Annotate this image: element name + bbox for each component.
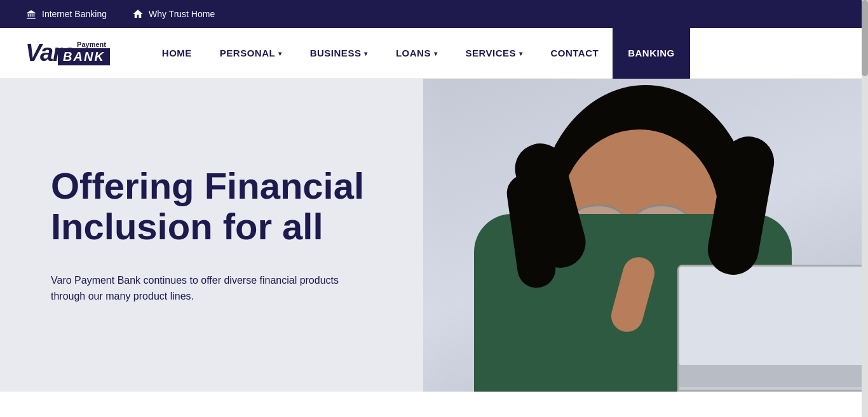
nav-personal[interactable]: PERSONAL ▾ — [206, 28, 296, 79]
internet-banking-label: Internet Banking — [42, 9, 107, 19]
logo-payment: Payment — [77, 41, 110, 48]
services-caret: ▾ — [519, 50, 523, 57]
hero-section: Offering Financial Inclusion for all Var… — [0, 79, 868, 392]
hero-subtitle: Varo Payment Bank continues to offer div… — [51, 272, 369, 305]
nav-loans[interactable]: LOANS ▾ — [382, 28, 452, 79]
logo-bank: BANK — [63, 50, 105, 63]
logo-bank-bg: BANK — [58, 48, 110, 65]
home-icon — [132, 8, 144, 20]
hero-title: Offering Financial Inclusion for all — [51, 166, 369, 247]
banking-button[interactable]: BANKING — [613, 28, 690, 79]
business-caret: ▾ — [364, 50, 368, 57]
nav-business[interactable]: BUSINESS ▾ — [296, 28, 382, 79]
loans-caret: ▾ — [434, 50, 438, 57]
scrollbar[interactable] — [862, 0, 868, 392]
nav-home[interactable]: HOME — [148, 28, 206, 79]
hero-content: Offering Financial Inclusion for all Var… — [0, 166, 419, 305]
hero-laptop — [677, 265, 868, 392]
main-nav: HOME PERSONAL ▾ BUSINESS ▾ LOANS ▾ SERVI… — [148, 28, 843, 79]
personal-caret: ▾ — [278, 50, 282, 57]
why-trust-home-link[interactable]: Why Trust Home — [132, 8, 215, 20]
why-trust-home-label: Why Trust Home — [149, 9, 215, 19]
bank-icon — [25, 8, 37, 20]
top-bar: Internet Banking Why Trust Home — [0, 0, 868, 28]
nav-services[interactable]: SERVICES ▾ — [451, 28, 536, 79]
logo[interactable]: Varo Payment BANK — [25, 39, 110, 67]
header: Varo Payment BANK HOME PERSONAL ▾ BUSINE… — [0, 28, 868, 79]
hero-image — [423, 79, 868, 392]
internet-banking-link[interactable]: Internet Banking — [25, 8, 107, 20]
nav-contact[interactable]: CONTACT — [536, 28, 613, 79]
scrollbar-thumb[interactable] — [862, 0, 868, 76]
